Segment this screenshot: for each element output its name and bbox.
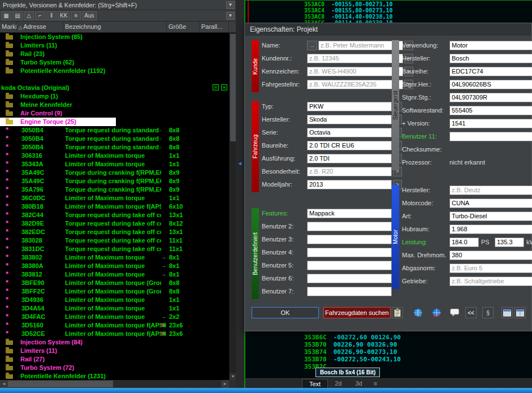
map-row[interactable]: * 35A796 Torque during cranking f(RPM,EC… bbox=[0, 185, 229, 194]
fahrzeugdaten-suchen-button[interactable]: Fahrzeugdaten suchen bbox=[323, 307, 391, 318]
project-list-icon[interactable]: ≡ bbox=[213, 84, 219, 90]
view-tab[interactable]: Text bbox=[302, 379, 328, 388]
delta-icon[interactable]: △ bbox=[24, 11, 34, 20]
tree-folder[interactable]: Rail (23) bbox=[0, 50, 229, 58]
maps-view-icon[interactable]: ▦ bbox=[1, 11, 11, 20]
field-input[interactable] bbox=[307, 248, 392, 257]
map-row[interactable]: * 3D4FAC Limiter of Maximum torque 2x2 bbox=[0, 313, 229, 321]
hex-row[interactable]: 353B78-00272,50-00243,10 bbox=[245, 356, 532, 363]
kennzeichen-input[interactable] bbox=[307, 67, 403, 76]
hex-row[interactable]: 353AC0-00155,80-00273,10 bbox=[245, 1, 532, 7]
field-input[interactable] bbox=[307, 180, 392, 189]
dropdown-arrow-icon[interactable]: ▼ bbox=[226, 1, 235, 9]
window-layout-button-2[interactable] bbox=[514, 307, 526, 318]
field-input[interactable] bbox=[449, 132, 532, 141]
tree-folder[interactable]: Air Control (9) bbox=[0, 109, 229, 118]
map-row[interactable]: * 383028 Torque request during take off … bbox=[0, 236, 229, 245]
map-row[interactable]: * 3050B4 Torque request during standard … bbox=[0, 126, 229, 135]
tree-folder[interactable]: Injection System (85) bbox=[0, 33, 229, 41]
tree-folder[interactable]: Meine Kennfelder bbox=[0, 101, 229, 109]
motorcode-input[interactable] bbox=[449, 198, 532, 208]
paste-vehicle-data-button[interactable] bbox=[392, 307, 403, 318]
legal-info-button[interactable]: § bbox=[482, 307, 494, 318]
map-row[interactable]: * 3D4A54 Limiter of Maximum torque 1x1 bbox=[0, 304, 229, 313]
tree-folder[interactable]: Limiters (11) bbox=[0, 347, 229, 355]
column-header-markierung[interactable]: Marki... bbox=[0, 21, 17, 33]
field-input[interactable] bbox=[449, 106, 532, 115]
field-input[interactable] bbox=[449, 93, 532, 102]
field-input[interactable] bbox=[307, 209, 392, 218]
aus-button[interactable]: Aus bbox=[82, 11, 96, 20]
column-header-groesse[interactable]: Größe bbox=[167, 21, 200, 33]
field-input[interactable] bbox=[449, 119, 532, 128]
tree-folder[interactable]: Injection System (84) bbox=[0, 338, 229, 347]
ok-button[interactable]: OK bbox=[252, 307, 319, 318]
hex-row[interactable]: 353B6C-00272,60 00126,90 bbox=[245, 334, 532, 341]
axis-icon[interactable]: ⌐ bbox=[35, 11, 45, 20]
field-input[interactable] bbox=[307, 154, 392, 163]
tree-filter-dropdown[interactable]: Projekte, Versionen & Kennfelder: (Strg+… bbox=[0, 0, 236, 10]
map-row[interactable]: * 3D52CE Limiter of Maximum torque f(APS… bbox=[0, 330, 229, 338]
map-row[interactable]: * 382D9E Torque request during take off … bbox=[0, 219, 229, 228]
hex-row[interactable]: 353B7400226,90-00273,10 bbox=[245, 348, 532, 356]
field-input[interactable] bbox=[307, 115, 392, 124]
collapse-panel-icon[interactable]: ◄ bbox=[237, 161, 243, 166]
map-row[interactable]: * 383812 Limiter of Maximum torque 8x1 bbox=[0, 270, 229, 279]
abgasnorm-input[interactable] bbox=[449, 264, 532, 273]
art-input[interactable] bbox=[449, 211, 532, 221]
view-tab[interactable]: 3d bbox=[348, 379, 369, 388]
collapse-dialog-button[interactable]: << bbox=[465, 307, 477, 318]
field-input[interactable] bbox=[307, 274, 392, 283]
map-row[interactable]: * 380B18 Limiter of Maximum torque f(APS… bbox=[0, 202, 229, 211]
map-row[interactable]: * 35A49C Torque during cranking f(RPM,EC… bbox=[0, 177, 229, 185]
field-input[interactable] bbox=[449, 80, 532, 89]
tree-horizontal-scrollbar[interactable]: ◄ ► bbox=[0, 380, 236, 388]
column-header-adresse[interactable]: △Adresse bbox=[17, 21, 63, 33]
tree-folder[interactable]: Limiters (11) bbox=[0, 41, 229, 50]
window-layout-button-1[interactable] bbox=[501, 307, 513, 318]
leistung-ps-input[interactable] bbox=[449, 237, 479, 247]
field-input[interactable] bbox=[307, 141, 392, 150]
horizontal-scrollbar-thumb[interactable] bbox=[8, 381, 113, 387]
map-row[interactable]: * 383802 Limiter of Maximum torque 8x1 bbox=[0, 253, 229, 262]
field-input[interactable] bbox=[307, 261, 392, 270]
getriebe-input[interactable] bbox=[449, 277, 532, 286]
map-row[interactable]: * 38380A Limiter of Maximum torque 8x1 bbox=[0, 262, 229, 270]
field-input[interactable] bbox=[307, 167, 392, 176]
project-close-icon[interactable]: × bbox=[221, 84, 227, 90]
tab-menu-icon[interactable]: ≡ bbox=[369, 379, 382, 388]
tree-folder[interactable]: Turbo System (72) bbox=[0, 364, 229, 372]
field-input[interactable] bbox=[449, 41, 532, 50]
field-input[interactable] bbox=[449, 67, 532, 76]
tree-project-row[interactable]: koda Octavia (Original) ≡ × bbox=[0, 84, 229, 92]
menu-icon[interactable]: ≡ bbox=[71, 11, 81, 20]
field-input[interactable] bbox=[307, 222, 392, 231]
tree-folder[interactable]: Rail (27) bbox=[0, 355, 229, 364]
map-row[interactable]: * 382EDC Torque request during take off … bbox=[0, 228, 229, 236]
tree-folder[interactable]: Hexdump (1) bbox=[0, 92, 229, 101]
web-lookup-button-2[interactable] bbox=[431, 307, 443, 318]
map-row[interactable]: * 3D5160 Limiter of Maximum torque f(APS… bbox=[0, 321, 229, 330]
leistung-kw-input[interactable] bbox=[495, 237, 524, 247]
view-tab[interactable]: 2d bbox=[328, 379, 348, 388]
kundennr-input[interactable] bbox=[307, 54, 403, 63]
map-row[interactable]: * 3BFE90 Limiter of Maximum torque (Grou… bbox=[0, 279, 229, 287]
kk-button[interactable]: KK bbox=[58, 11, 70, 20]
scroll-left-icon[interactable]: ◄ bbox=[0, 380, 8, 388]
field-input[interactable] bbox=[449, 54, 532, 63]
map-row[interactable]: * 306316 Limiter of Maximum torque 1x1 bbox=[0, 152, 229, 160]
dialog-title[interactable]: Eigenschaften: Projekt bbox=[245, 23, 531, 36]
list-view-icon[interactable]: ▤ bbox=[12, 11, 23, 20]
panel-divider[interactable]: ◄ bbox=[236, 0, 244, 388]
tree-folder[interactable]: Potentielle Kennfelder (1231) bbox=[0, 372, 229, 380]
fahrgestellnr-input[interactable] bbox=[307, 80, 403, 89]
field-input[interactable] bbox=[307, 235, 392, 244]
tree-folder[interactable]: Turbo System (62) bbox=[0, 58, 229, 67]
web-lookup-button-1[interactable] bbox=[412, 307, 424, 318]
toolbar-dropdown-arrow-icon[interactable]: ▼ bbox=[226, 12, 235, 20]
vertical-scrollbar-thumb[interactable] bbox=[230, 34, 236, 141]
tree-vertical-scrollbar[interactable]: ▼ bbox=[229, 33, 236, 380]
hex-row[interactable]: 353AC8-00114,40-00238,10 bbox=[245, 14, 532, 20]
comment-button[interactable] bbox=[449, 307, 461, 318]
field-input[interactable] bbox=[307, 102, 392, 111]
